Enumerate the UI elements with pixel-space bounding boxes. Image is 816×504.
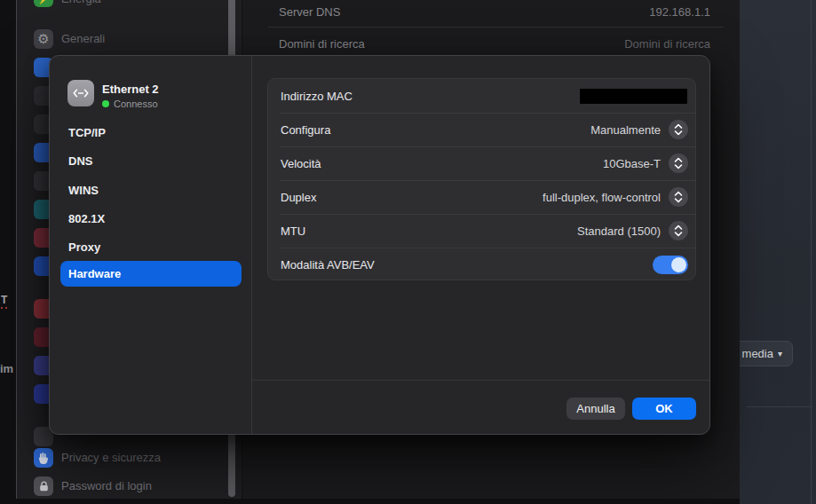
pane-separator	[811, 0, 812, 504]
desktop-text-fragment: im	[0, 362, 13, 375]
row-label: Duplex	[281, 191, 316, 204]
row-label: Domini di ricerca	[279, 37, 365, 51]
connection-status: Connesso	[102, 98, 158, 109]
status-label: Connesso	[114, 98, 158, 109]
selected-value: full-duplex, flow-control	[543, 191, 661, 204]
sidebar-item-privacy[interactable]: Privacy e sicurezza	[61, 451, 161, 464]
toggle-knob	[671, 257, 686, 272]
status-dot-connected	[102, 100, 109, 107]
selected-value: Manualmente	[590, 123, 661, 137]
row-value: 192.168.1.1	[649, 5, 710, 19]
row-duplex: Duplex full-duplex, flow-control	[268, 180, 695, 214]
row-configure: Configura Manualmente	[268, 113, 695, 146]
row-label: Modalità AVB/EAV	[281, 258, 375, 272]
lock-icon	[34, 476, 53, 496]
gear-icon: ⚙	[34, 29, 53, 49]
tab-tcpip[interactable]: TCP/IP	[60, 120, 242, 146]
tab-wins[interactable]: WINS	[60, 177, 242, 203]
row-label: Configura	[281, 123, 330, 137]
selected-value: 10Gbase-T	[603, 157, 661, 170]
row-mtu: MTU Standard (1500)	[268, 214, 695, 248]
media-dropdown-label: media	[742, 347, 773, 360]
row-label: MTU	[281, 224, 305, 238]
background-window-right: media ▾	[740, 0, 816, 504]
tab-hardware[interactable]: Hardware	[60, 261, 242, 287]
row-mac-address: Indirizzo MAC	[268, 79, 695, 113]
connection-name: Ethernet 2	[102, 83, 159, 96]
tab-8021x[interactable]: 802.1X	[60, 206, 242, 232]
row-placeholder[interactable]: Domini di ricerca	[624, 37, 710, 51]
row-avb-eav: Modalità AVB/EAV	[268, 248, 695, 281]
row-label: Indirizzo MAC	[281, 90, 353, 103]
dialog-sidebar: Ethernet 2 Connesso TCP/IP DNS WINS 802.…	[50, 56, 252, 434]
tab-proxy[interactable]: Proxy	[60, 234, 242, 260]
ethernet-icon	[67, 80, 94, 106]
sidebar-item-energia[interactable]: Energia	[61, 0, 101, 5]
chevron-down-icon: ▾	[778, 349, 782, 358]
avb-eav-toggle[interactable]	[653, 256, 688, 274]
row-speed: Velocità 10Gbase-T	[268, 146, 695, 180]
ok-button[interactable]: OK	[632, 398, 696, 420]
hand-icon	[34, 448, 53, 468]
stepper-control[interactable]	[669, 154, 688, 173]
tab-dns[interactable]: DNS	[60, 148, 242, 174]
row-label: Velocità	[281, 157, 321, 170]
sidebar-item-password[interactable]: Password di login	[61, 479, 152, 492]
selected-value: Standard (1500)	[577, 224, 661, 238]
mac-address-redacted	[580, 89, 687, 104]
media-dropdown-button[interactable]: media ▾	[740, 341, 793, 366]
stepper-control[interactable]	[669, 120, 688, 139]
stepper-control[interactable]	[669, 221, 688, 240]
button-bar-separator	[252, 380, 709, 381]
cancel-button[interactable]: Annulla	[566, 398, 625, 420]
hardware-settings-panel: Indirizzo MAC Configura Manualmente Velo…	[267, 78, 696, 280]
sidebar-item-generali[interactable]: Generali	[61, 32, 105, 45]
settings-row-server-dns: Server DNS 192.168.1.1	[268, 0, 724, 28]
bolt-icon: ⚡	[34, 0, 53, 7]
stepper-control[interactable]	[669, 187, 688, 207]
row-label: Server DNS	[279, 5, 340, 19]
ethernet-hardware-dialog: Ethernet 2 Connesso TCP/IP DNS WINS 802.…	[49, 55, 710, 435]
divider	[747, 406, 812, 407]
